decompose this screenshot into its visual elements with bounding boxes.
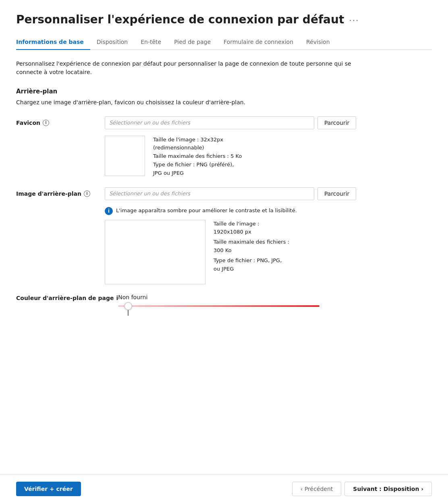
bg-image-info-box: i L'image apparaîtra sombre pour amélior… xyxy=(105,207,363,215)
favicon-resizable-label: (redimensionnable) xyxy=(153,144,242,152)
info-circle-icon: i xyxy=(105,207,113,215)
favicon-preview-area: Taille de l'image : 32x32px (redimension… xyxy=(105,136,432,178)
bg-color-row: Couleur d'arrière-plan de page i Non fou… xyxy=(16,294,432,307)
title-row: Personnaliser l'expérience de connexion … xyxy=(16,13,432,27)
page-title: Personnaliser l'expérience de connexion … xyxy=(16,13,344,27)
favicon-image-info: Taille de l'image : 32x32px (redimension… xyxy=(153,136,242,178)
bg-image-browse-button[interactable]: Parcourir xyxy=(317,187,356,200)
bg-image-info: Taille de l'image : 1920x1080 px Taille … xyxy=(214,220,289,273)
bg-image-preview-area: Taille de l'image : 1920x1080 px Taille … xyxy=(105,220,432,284)
slider-thumb[interactable] xyxy=(124,302,132,310)
favicon-max-size-label: Taille maximale des fichiers : 5 Ko xyxy=(153,152,242,161)
background-section-subtext: Chargez une image d'arrière-plan, favico… xyxy=(16,98,432,107)
bg-color-label: Couleur d'arrière-plan de page i xyxy=(16,294,118,301)
tab-revision[interactable]: Révision xyxy=(300,35,336,50)
background-section-heading: Arrière-plan xyxy=(16,88,432,95)
favicon-file-input[interactable]: Sélectionner un ou des fichiers xyxy=(105,116,314,129)
favicon-file-type2-label: JPG ou JPEG xyxy=(153,169,242,178)
bg-image-max-size-label: Taille maximale des fichiers : 300 Ko xyxy=(214,238,289,255)
favicon-file-type-label: Type de fichier : PNG (préféré), xyxy=(153,161,242,169)
favicon-size-label: Taille de l'image : 32x32px xyxy=(153,136,242,144)
bg-image-info-icon[interactable]: i xyxy=(84,190,90,197)
tab-layout[interactable]: Disposition xyxy=(90,35,134,50)
color-slider[interactable] xyxy=(118,305,319,307)
footer-bar: Vérifier + créer ‹ Précédent Suivant : D… xyxy=(0,474,448,503)
bg-image-info-text: L'image apparaîtra sombre pour améliorer… xyxy=(116,207,297,215)
verify-create-button[interactable]: Vérifier + créer xyxy=(16,482,81,496)
bg-image-file-type-label: Type de fichier : PNG, JPG, ou JPEG xyxy=(214,257,289,273)
tabs-container: Informations de base Disposition En-tête… xyxy=(16,35,432,50)
tab-footer[interactable]: Pied de page xyxy=(168,35,217,50)
slider-track xyxy=(118,305,319,307)
next-button[interactable]: Suivant : Disposition › xyxy=(344,482,432,496)
favicon-image-placeholder xyxy=(105,136,145,176)
prev-button[interactable]: ‹ Précédent xyxy=(292,482,341,496)
bg-image-placeholder xyxy=(105,220,205,284)
bg-image-label: Image d'arrière-plan i xyxy=(16,190,105,197)
tab-form[interactable]: Formulaire de connexion xyxy=(217,35,300,50)
tab-header[interactable]: En-tête xyxy=(134,35,168,50)
bg-image-row: Image d'arrière-plan i Sélectionner un o… xyxy=(16,187,432,200)
bg-image-label-text: Image d'arrière-plan xyxy=(16,190,81,197)
bg-color-label-text: Couleur d'arrière-plan de page xyxy=(16,295,114,301)
favicon-row: Favicon i Sélectionner un ou des fichier… xyxy=(16,116,432,129)
favicon-browse-button[interactable]: Parcourir xyxy=(317,116,356,129)
favicon-info-icon[interactable]: i xyxy=(43,120,49,126)
more-options-icon[interactable]: ··· xyxy=(349,16,359,25)
favicon-placeholder: Sélectionner un ou des fichiers xyxy=(109,120,190,126)
bg-image-placeholder: Sélectionner un ou des fichiers xyxy=(109,190,190,197)
favicon-controls: Sélectionner un ou des fichiers Parcouri… xyxy=(105,116,432,129)
bg-image-size-label: Taille de l'image : 1920x1080 px xyxy=(214,220,289,237)
page-description: Personnalisez l'expérience de connexion … xyxy=(16,60,363,77)
favicon-label-text: Favicon xyxy=(16,120,40,126)
bg-color-controls: Non fourni xyxy=(118,294,432,307)
tab-basics[interactable]: Informations de base xyxy=(16,35,90,50)
footer-navigation: ‹ Précédent Suivant : Disposition › xyxy=(292,482,432,496)
bg-color-value: Non fourni xyxy=(118,294,432,300)
favicon-label: Favicon i xyxy=(16,120,105,126)
bg-image-controls: Sélectionner un ou des fichiers Parcouri… xyxy=(105,187,432,200)
bg-image-file-input[interactable]: Sélectionner un ou des fichiers xyxy=(105,187,314,200)
